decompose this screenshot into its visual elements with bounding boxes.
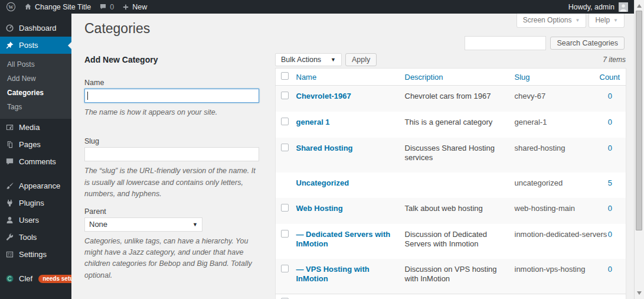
sidebar-item-label: Plugins [19,199,44,207]
sidebar-item-pages[interactable]: Pages [0,136,71,153]
sidebar-item-posts[interactable]: Posts [0,37,71,54]
row-checkbox[interactable] [281,144,289,151]
help-button[interactable]: Help ▼ [589,14,625,28]
table-row: Web HostingTalk about web hostingweb-hos… [276,198,626,224]
category-name-link[interactable]: Web Hosting [296,204,343,213]
column-header-description[interactable]: Description [405,73,443,82]
sidebar-item-users[interactable]: Users [0,212,71,229]
sidebar-item-tools[interactable]: Tools [0,229,71,246]
category-count-link[interactable]: 0 [608,144,612,152]
category-name-link[interactable]: Shared Hosting [296,144,353,152]
select-all-checkbox[interactable] [281,72,289,80]
slug-label: Slug [84,137,259,145]
sidebar-submenu: All PostsAdd NewCategoriesTags [0,54,71,119]
table-footer-row: NameDescriptionSlugCount [276,294,626,299]
sidebar-item-label: Dashboard [19,24,57,32]
sidebar-subitem-categories[interactable]: Categories [0,86,71,100]
bulk-actions-select[interactable]: Bulk Actions ▼ [275,53,342,66]
table-header-row: NameDescriptionSlugCount [276,69,626,86]
main-content: Categories Screen Options ▼ Help ▼ Searc… [71,14,634,299]
avatar[interactable] [619,2,628,12]
page-title: Categories [84,21,150,37]
row-checkbox[interactable] [281,230,289,238]
parent-select[interactable]: None ▼ [84,217,202,232]
sidebar-item-label: Clef [19,274,32,283]
dashboard-icon [5,24,14,32]
sidebar-item-appearance[interactable]: Appearance [0,177,71,194]
category-count-link[interactable]: 0 [608,230,612,239]
row-checkbox[interactable] [281,92,289,99]
sidebar-item-label: Posts [19,41,38,50]
column-header-name[interactable]: Name [296,73,317,82]
plugins-icon [5,199,14,207]
column-header-count[interactable]: Count [600,73,620,82]
users-icon [5,216,14,225]
category-count-link[interactable]: 0 [608,92,612,100]
slug-field[interactable] [84,147,259,161]
apply-button[interactable]: Apply [345,53,377,66]
category-name-link[interactable]: general 1 [296,118,330,126]
settings-icon [5,250,14,259]
category-name-link[interactable]: Chevrolet-1967 [296,92,351,100]
pages-icon [5,140,14,149]
search-input[interactable] [465,36,546,50]
sidebar-item-label: Tools [19,233,37,242]
sidebar-item-label: Media [19,123,40,132]
new-content-menu[interactable]: New [122,3,147,11]
wordpress-menu[interactable]: W [6,2,16,12]
sidebar-item-plugins[interactable]: Plugins [0,194,71,212]
category-description: This is a general category [400,112,509,138]
media-icon [5,123,14,132]
category-description [400,173,509,198]
sidebar-subitem-all-posts[interactable]: All Posts [0,57,71,72]
scroll-down-arrow-icon[interactable] [637,291,642,295]
slug-help: The “slug” is the URL-friendly version o… [84,165,259,200]
comment-bubble-icon [99,3,107,11]
sidebar-item-settings[interactable]: Settings [0,246,71,263]
category-count-link[interactable]: 0 [608,204,612,213]
screen-options-button[interactable]: Screen Options ▼ [516,14,587,28]
items-count: 7 items [603,56,626,64]
sidebar-item-media[interactable]: Media [0,119,71,136]
category-count-link[interactable]: 0 [608,265,612,274]
scroll-up-arrow-icon[interactable] [637,4,642,8]
add-category-form: Add New Category Name The name is how it… [84,50,259,299]
plus-icon [122,4,129,11]
category-slug: inmotion-vps-hosting [509,259,594,294]
category-name-link[interactable]: Uncategorized [296,178,349,187]
category-slug: inmotion-dedicated-servers [509,224,594,259]
table-row: general 1This is a general categorygener… [276,112,626,138]
vertical-scrollbar[interactable] [634,0,644,299]
site-name: Change Site Title [35,3,91,11]
row-checkbox[interactable] [281,265,289,272]
category-description: Chevrolet cars from 1967 [400,86,509,112]
sidebar-item-label: Appearance [19,181,60,190]
sidebar: DashboardPostsAll PostsAdd NewCategories… [0,14,71,299]
category-count-link[interactable]: 0 [608,118,612,126]
chevron-down-icon: ▼ [613,18,618,23]
table-row: Uncategorizeduncategorized5 [276,173,626,198]
sidebar-item-clef[interactable]: Clefneeds setup [0,270,71,287]
select-arrow-icon: ▼ [331,57,336,63]
sidebar-subitem-add-new[interactable]: Add New [0,72,71,86]
name-help: The name is how it appears on your site. [84,107,259,118]
site-link[interactable]: Change Site Title [24,3,91,11]
scrollbar-thumb[interactable] [636,11,642,230]
sidebar-item-label: Settings [19,250,47,259]
sidebar-item-label: Pages [19,140,41,149]
sidebar-subitem-tags[interactable]: Tags [0,100,71,114]
category-name-link[interactable]: — Dedicated Servers with InMotion [296,230,391,248]
search-categories-button[interactable]: Search Categories [550,37,625,50]
name-field[interactable] [84,89,259,103]
sidebar-item-dashboard[interactable]: Dashboard [0,20,71,37]
row-checkbox[interactable] [281,118,289,125]
column-header-slug[interactable]: Slug [515,73,530,82]
sidebar-item-collapse-menu[interactable]: Collapse menu [0,294,71,299]
category-name-link[interactable]: — VPS Hosting with InMotion [296,265,370,283]
category-count-link[interactable]: 5 [608,178,612,187]
admin-bar: W Change Site Title 0 New Howdy, admin [0,0,634,14]
comments-shortcut[interactable]: 0 [99,3,114,11]
howdy-text[interactable]: Howdy, admin [568,3,614,11]
row-checkbox[interactable] [281,204,289,212]
sidebar-item-comments[interactable]: Comments [0,153,71,170]
